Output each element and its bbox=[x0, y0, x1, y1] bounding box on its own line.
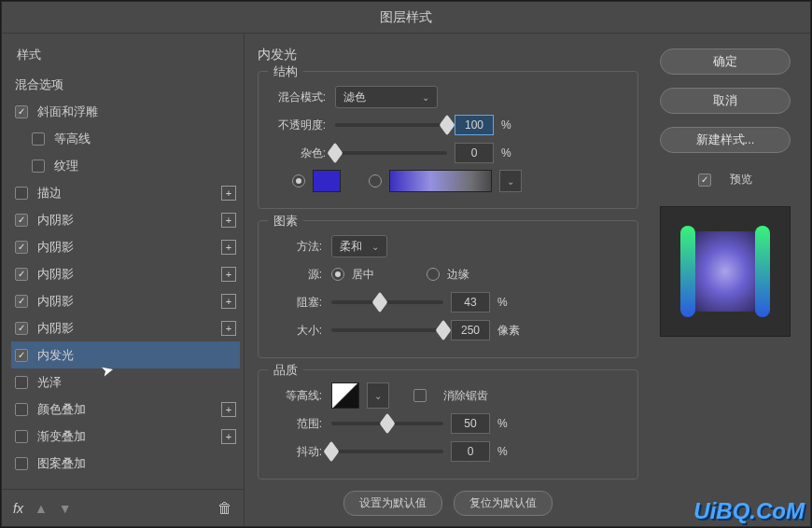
style-label: 描边 bbox=[37, 185, 221, 201]
source-label: 源: bbox=[272, 267, 324, 283]
reset-default-button[interactable]: 复位为默认值 bbox=[454, 491, 553, 516]
style-inner-glow[interactable]: 内发光 bbox=[11, 341, 240, 368]
slider-thumb-icon[interactable] bbox=[439, 115, 455, 136]
style-satin[interactable]: 光泽 bbox=[11, 368, 240, 396]
choke-input[interactable] bbox=[451, 292, 490, 313]
group-title-quality: 品质 bbox=[268, 362, 303, 379]
add-instance-icon[interactable]: + bbox=[221, 213, 236, 228]
move-up-icon[interactable]: ▲ bbox=[35, 501, 48, 516]
checkbox-icon[interactable] bbox=[15, 457, 28, 470]
opacity-label: 不透明度: bbox=[272, 118, 328, 133]
glow-gradient-swatch[interactable] bbox=[389, 170, 492, 192]
style-label: 内阴影 bbox=[37, 266, 221, 283]
make-default-button[interactable]: 设置为默认值 bbox=[343, 491, 442, 516]
slider-thumb-icon[interactable] bbox=[327, 143, 343, 164]
style-inner-shadow-1[interactable]: 内阴影 + bbox=[11, 206, 240, 233]
checkbox-icon[interactable] bbox=[15, 430, 28, 443]
style-contour[interactable]: 等高线 bbox=[11, 125, 240, 152]
solid-color-radio[interactable] bbox=[292, 174, 305, 188]
glow-color-swatch[interactable] bbox=[313, 170, 341, 192]
move-down-icon[interactable]: ▼ bbox=[59, 501, 72, 516]
add-instance-icon[interactable]: + bbox=[221, 294, 236, 309]
blend-mode-dropdown[interactable]: 滤色 ⌄ bbox=[335, 86, 438, 108]
ok-button[interactable]: 确定 bbox=[660, 49, 791, 75]
slider-thumb-icon[interactable] bbox=[371, 292, 387, 313]
cancel-button[interactable]: 取消 bbox=[660, 88, 791, 114]
size-input[interactable] bbox=[451, 320, 490, 340]
checkbox-icon[interactable] bbox=[15, 322, 28, 335]
checkbox-icon[interactable] bbox=[15, 376, 28, 389]
blending-options[interactable]: 混合选项 bbox=[11, 71, 240, 98]
dialog-body: 样式 混合选项 斜面和浮雕 等高线 纹理 描边 bbox=[2, 34, 810, 526]
opacity-unit: % bbox=[501, 118, 527, 132]
checkbox-icon[interactable] bbox=[698, 174, 711, 187]
delete-icon[interactable]: 🗑 bbox=[217, 500, 232, 517]
style-color-overlay[interactable]: 颜色叠加 + bbox=[11, 396, 240, 423]
checkbox-icon[interactable] bbox=[32, 160, 45, 173]
new-style-button[interactable]: 新建样式... bbox=[660, 127, 791, 153]
style-texture[interactable]: 纹理 bbox=[11, 152, 240, 179]
style-pattern-overlay[interactable]: 图案叠加 bbox=[11, 450, 240, 477]
antialias-checkbox[interactable] bbox=[413, 389, 427, 402]
panel-title: 内发光 bbox=[258, 47, 638, 63]
slider-thumb-icon[interactable] bbox=[379, 413, 395, 435]
noise-row: 杂色: % bbox=[272, 139, 624, 167]
gradient-radio[interactable] bbox=[369, 174, 382, 188]
noise-slider[interactable] bbox=[335, 151, 447, 155]
add-instance-icon[interactable]: + bbox=[221, 186, 236, 201]
checkbox-icon[interactable] bbox=[15, 241, 28, 254]
add-instance-icon[interactable]: + bbox=[221, 429, 236, 444]
contour-label: 等高线: bbox=[272, 388, 324, 404]
preview-thumbnail bbox=[660, 206, 791, 337]
style-stroke[interactable]: 描边 + bbox=[11, 179, 240, 206]
noise-input[interactable] bbox=[455, 143, 494, 163]
checkbox-icon[interactable] bbox=[15, 214, 28, 227]
style-label: 纹理 bbox=[54, 158, 236, 174]
opacity-slider[interactable] bbox=[335, 123, 447, 127]
source-center-radio[interactable] bbox=[331, 268, 344, 281]
style-bevel[interactable]: 斜面和浮雕 bbox=[11, 98, 240, 125]
style-inner-shadow-4[interactable]: 内阴影 + bbox=[11, 287, 240, 314]
jitter-input[interactable] bbox=[451, 441, 490, 462]
title-text: 图层样式 bbox=[380, 9, 432, 26]
checkbox-icon[interactable] bbox=[32, 132, 45, 146]
style-inner-shadow-5[interactable]: 内阴影 + bbox=[11, 314, 240, 341]
jitter-unit: % bbox=[497, 445, 524, 458]
add-instance-icon[interactable]: + bbox=[221, 240, 236, 255]
checkbox-icon[interactable] bbox=[15, 105, 28, 118]
source-edge-radio[interactable] bbox=[427, 268, 440, 281]
add-instance-icon[interactable]: + bbox=[221, 321, 236, 336]
checkbox-icon[interactable] bbox=[15, 268, 28, 281]
noise-label: 杂色: bbox=[272, 146, 328, 161]
gradient-dropdown-icon[interactable]: ⌄ bbox=[499, 170, 522, 192]
contour-dropdown-icon[interactable]: ⌄ bbox=[367, 382, 389, 409]
checkbox-icon[interactable] bbox=[15, 187, 28, 200]
style-gradient-overlay[interactable]: 渐变叠加 + bbox=[11, 423, 240, 450]
technique-dropdown[interactable]: 柔和 ⌄ bbox=[331, 235, 387, 257]
styles-sidebar: 样式 混合选项 斜面和浮雕 等高线 纹理 描边 bbox=[2, 34, 245, 526]
size-slider[interactable] bbox=[331, 328, 443, 332]
fx-menu-icon[interactable]: fx bbox=[13, 501, 23, 516]
jitter-slider[interactable] bbox=[331, 450, 443, 453]
technique-row: 方法: 柔和 ⌄ bbox=[272, 232, 624, 260]
styles-list[interactable]: 样式 混合选项 斜面和浮雕 等高线 纹理 描边 bbox=[2, 34, 244, 489]
choke-slider[interactable] bbox=[331, 300, 443, 304]
chevron-down-icon: ⌄ bbox=[371, 242, 379, 252]
style-inner-shadow-2[interactable]: 内阴影 + bbox=[11, 233, 240, 260]
checkbox-icon[interactable] bbox=[15, 295, 28, 308]
style-label: 等高线 bbox=[54, 131, 236, 147]
opacity-input[interactable] bbox=[455, 115, 494, 135]
preview-toggle[interactable]: 预览 bbox=[698, 172, 752, 188]
add-instance-icon[interactable]: + bbox=[221, 267, 236, 282]
slider-thumb-icon[interactable] bbox=[323, 441, 339, 463]
style-label: 内发光 bbox=[37, 347, 236, 364]
range-slider[interactable] bbox=[331, 422, 443, 425]
slider-thumb-icon[interactable] bbox=[435, 320, 451, 341]
opacity-row: 不透明度: % bbox=[272, 111, 624, 139]
contour-swatch[interactable] bbox=[331, 382, 359, 409]
style-inner-shadow-3[interactable]: 内阴影 + bbox=[11, 260, 240, 287]
checkbox-icon[interactable] bbox=[15, 349, 28, 362]
add-instance-icon[interactable]: + bbox=[221, 402, 236, 417]
range-input[interactable] bbox=[451, 413, 490, 434]
checkbox-icon[interactable] bbox=[15, 403, 28, 416]
